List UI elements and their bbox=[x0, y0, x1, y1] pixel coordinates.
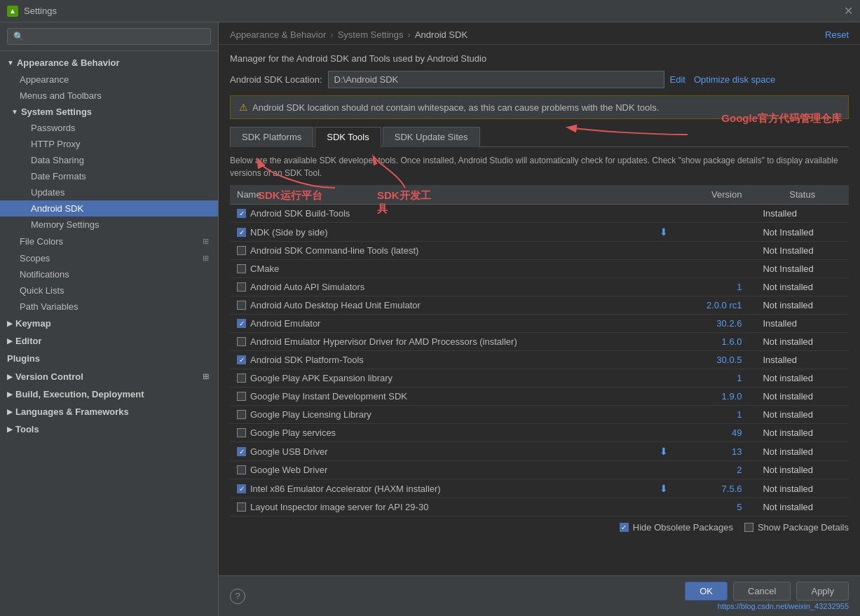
download-icon[interactable]: ⬇ bbox=[660, 226, 668, 238]
sidebar-item-android-sdk[interactable]: Android SDK bbox=[0, 200, 218, 217]
sidebar-item-file-colors[interactable]: File Colors ⊞ bbox=[0, 233, 218, 249]
edit-link[interactable]: Edit bbox=[670, 74, 685, 85]
ok-button[interactable]: OK bbox=[685, 582, 728, 601]
main-container: 🔍 ▼ Appearance & Behavior Appearance Men… bbox=[0, 22, 860, 616]
row-checkbox[interactable]: ✓ bbox=[237, 319, 246, 328]
sdk-name: Android Emulator bbox=[250, 318, 320, 329]
sdk-name: Android Emulator Hypervisor Driver for A… bbox=[250, 336, 517, 347]
row-checkbox[interactable]: ✓ bbox=[237, 484, 246, 493]
sidebar-item-appearance-behavior[interactable]: ▼ Appearance & Behavior bbox=[0, 54, 218, 71]
show-package-option[interactable]: Show Package Details bbox=[744, 522, 849, 533]
tab-sdk-tools[interactable]: SDK Tools bbox=[315, 127, 381, 147]
row-checkbox[interactable] bbox=[237, 502, 246, 512]
sidebar-item-quick-lists[interactable]: Quick Lists bbox=[0, 282, 218, 299]
bottom-options: ✓ Hide Obsolete Packages Show Package De… bbox=[230, 516, 849, 535]
search-input-wrapper[interactable]: 🔍 bbox=[7, 28, 211, 45]
sidebar-item-languages[interactable]: ▶ Languages & Frameworks bbox=[0, 403, 218, 420]
version-cell bbox=[675, 242, 756, 260]
sidebar-item-passwords[interactable]: Passwords bbox=[0, 120, 218, 136]
sidebar-item-appearance[interactable]: Appearance bbox=[0, 71, 218, 88]
sidebar-item-plugins[interactable]: Plugins bbox=[0, 350, 218, 367]
sidebar-item-build-execution[interactable]: ▶ Build, Execution, Deployment bbox=[0, 385, 218, 403]
expand-arrow-icon: ▼ bbox=[7, 59, 14, 67]
row-checkbox[interactable] bbox=[237, 301, 246, 310]
sidebar-item-label: Appearance bbox=[20, 74, 69, 85]
row-checkbox[interactable] bbox=[237, 392, 246, 401]
optimize-link[interactable]: Optimize disk space bbox=[694, 74, 775, 85]
row-checkbox[interactable] bbox=[237, 246, 246, 255]
sdk-name: CMake bbox=[250, 263, 279, 274]
sidebar-item-editor[interactable]: ▶ Editor bbox=[0, 332, 218, 350]
sdk-name: Google Play Licensing Library bbox=[250, 409, 371, 420]
row-checkbox[interactable]: ✓ bbox=[237, 209, 246, 218]
sidebar-item-system-settings[interactable]: ▼ System Settings bbox=[0, 104, 218, 120]
sdk-name: Android SDK Platform-Tools bbox=[250, 355, 364, 365]
nav-tree: ▼ Appearance & Behavior Appearance Menus… bbox=[0, 51, 218, 616]
status-cell: Not installed bbox=[756, 388, 849, 406]
show-package-checkbox[interactable] bbox=[744, 523, 753, 532]
row-checkbox[interactable]: ✓ bbox=[237, 355, 246, 364]
sdk-name: Google Web Driver bbox=[250, 465, 327, 475]
close-button[interactable]: ✕ bbox=[844, 4, 853, 18]
sidebar-item-path-variables[interactable]: Path Variables bbox=[0, 299, 218, 315]
sidebar-item-label: Date Formats bbox=[31, 171, 86, 182]
row-checkbox[interactable] bbox=[237, 465, 246, 474]
download-cell bbox=[653, 242, 675, 260]
sdk-description: Manager for the Android SDK and Tools us… bbox=[230, 53, 849, 64]
sdk-name-cell: Google Play Instant Development SDK bbox=[230, 388, 653, 406]
table-row: ✓ Android SDK Platform-Tools 30.0.5Insta… bbox=[230, 351, 849, 369]
apply-button[interactable]: Apply bbox=[796, 582, 849, 601]
sidebar-item-notifications[interactable]: Notifications bbox=[0, 266, 218, 282]
sidebar-item-http-proxy[interactable]: HTTP Proxy bbox=[0, 136, 218, 152]
row-checkbox[interactable] bbox=[237, 264, 246, 273]
row-checkbox[interactable] bbox=[237, 282, 246, 292]
hide-obsolete-checkbox[interactable]: ✓ bbox=[620, 523, 629, 532]
row-checkbox[interactable] bbox=[237, 374, 246, 383]
sdk-name-cell: ✓ Android SDK Build-Tools bbox=[230, 205, 653, 223]
warning-bar: ⚠ Android SDK location should not contai… bbox=[230, 95, 849, 119]
download-icon[interactable]: ⬇ bbox=[660, 446, 668, 457]
table-row: ✓ Google USB Driver ⬇13Not installed bbox=[230, 442, 849, 461]
sidebar-item-label: Keymap bbox=[15, 318, 51, 329]
expand-arrow-icon: ▶ bbox=[7, 337, 13, 345]
sidebar-item-label: File Colors bbox=[20, 236, 63, 247]
version-cell: 7.5.6 bbox=[675, 479, 756, 498]
table-row: CMake Not Installed bbox=[230, 260, 849, 278]
search-field[interactable] bbox=[28, 32, 205, 41]
status-cell: Installed bbox=[756, 315, 849, 333]
content-header: Appearance & Behavior › System Settings … bbox=[219, 22, 860, 45]
hide-obsolete-option[interactable]: ✓ Hide Obsolete Packages bbox=[620, 522, 733, 533]
download-cell bbox=[653, 406, 675, 424]
cancel-button[interactable]: Cancel bbox=[733, 582, 791, 601]
breadcrumb-part2: System Settings bbox=[338, 29, 404, 40]
sidebar-item-tools[interactable]: ▶ Tools bbox=[0, 420, 218, 438]
row-checkbox[interactable]: ✓ bbox=[237, 228, 246, 237]
expand-arrow-icon: ▶ bbox=[7, 425, 13, 433]
sidebar-item-menus-toolbars[interactable]: Menus and Toolbars bbox=[0, 88, 218, 104]
version-cell: 30.0.5 bbox=[675, 351, 756, 369]
row-checkbox[interactable] bbox=[237, 410, 246, 419]
sidebar-item-version-control[interactable]: ▶ Version Control ⊞ bbox=[0, 367, 218, 385]
help-button[interactable]: ? bbox=[230, 589, 245, 604]
sdk-location-input[interactable] bbox=[328, 71, 664, 88]
sidebar-item-data-sharing[interactable]: Data Sharing bbox=[0, 152, 218, 168]
tab-sdk-update-sites[interactable]: SDK Update Sites bbox=[383, 127, 480, 147]
row-checkbox[interactable]: ✓ bbox=[237, 447, 246, 456]
search-bar: 🔍 bbox=[0, 22, 218, 51]
sdk-name-cell: ✓ Android SDK Platform-Tools bbox=[230, 351, 653, 369]
sidebar-item-updates[interactable]: Updates bbox=[0, 184, 218, 200]
download-icon[interactable]: ⬇ bbox=[660, 483, 668, 494]
tab-sdk-platforms[interactable]: SDK Platforms bbox=[230, 127, 313, 147]
sdk-name: Intel x86 Emulator Accelerator (HAXM ins… bbox=[250, 484, 441, 494]
status-cell: Not Installed bbox=[756, 242, 849, 260]
sidebar-item-memory-settings[interactable]: Memory Settings bbox=[0, 217, 218, 233]
sidebar-item-date-formats[interactable]: Date Formats bbox=[0, 168, 218, 184]
expand-arrow-icon: ▶ bbox=[7, 320, 13, 327]
sidebar-item-scopes[interactable]: Scopes ⊞ bbox=[0, 249, 218, 266]
row-checkbox[interactable] bbox=[237, 337, 246, 346]
sdk-name-cell: ✓ Google USB Driver bbox=[230, 442, 653, 461]
table-row: Android Auto API Simulators 1Not install… bbox=[230, 278, 849, 296]
reset-button[interactable]: Reset bbox=[825, 29, 849, 40]
sidebar-item-keymap[interactable]: ▶ Keymap bbox=[0, 315, 218, 332]
row-checkbox[interactable] bbox=[237, 428, 246, 437]
